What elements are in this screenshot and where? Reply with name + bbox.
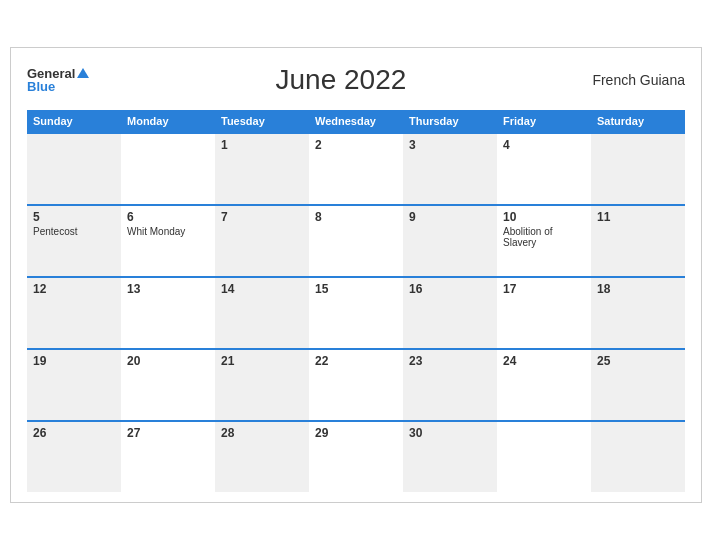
- day-number: 25: [597, 354, 679, 368]
- header-sunday: Sunday: [27, 110, 121, 132]
- day-number: 15: [315, 282, 397, 296]
- day-event: Abolition of Slavery: [503, 226, 585, 248]
- logo: General Blue: [27, 67, 89, 93]
- day-cell-w3-d5: 16: [403, 278, 497, 348]
- calendar-container: General Blue June 2022 French Guiana Sun…: [10, 47, 702, 503]
- day-headers-row: Sunday Monday Tuesday Wednesday Thursday…: [27, 110, 685, 132]
- header-saturday: Saturday: [591, 110, 685, 132]
- week-row-5: 2627282930: [27, 420, 685, 492]
- day-number: 28: [221, 426, 303, 440]
- day-number: 12: [33, 282, 115, 296]
- day-cell-w5-d4: 29: [309, 422, 403, 492]
- day-number: 21: [221, 354, 303, 368]
- day-cell-w1-d7: [591, 134, 685, 204]
- header-friday: Friday: [497, 110, 591, 132]
- day-number: 29: [315, 426, 397, 440]
- day-number: 4: [503, 138, 585, 152]
- week-row-4: 19202122232425: [27, 348, 685, 420]
- day-number: 6: [127, 210, 209, 224]
- calendar-title: June 2022: [276, 64, 407, 96]
- day-cell-w5-d5: 30: [403, 422, 497, 492]
- week-row-1: 1234: [27, 132, 685, 204]
- day-number: 20: [127, 354, 209, 368]
- day-number: 10: [503, 210, 585, 224]
- day-cell-w4-d1: 19: [27, 350, 121, 420]
- day-cell-w2-d2: 6Whit Monday: [121, 206, 215, 276]
- day-number: 11: [597, 210, 679, 224]
- calendar-header: General Blue June 2022 French Guiana: [27, 64, 685, 96]
- week-row-3: 12131415161718: [27, 276, 685, 348]
- day-cell-w4-d3: 21: [215, 350, 309, 420]
- day-cell-w2-d1: 5Pentecost: [27, 206, 121, 276]
- day-number: 16: [409, 282, 491, 296]
- day-cell-w2-d7: 11: [591, 206, 685, 276]
- day-cell-w2-d4: 8: [309, 206, 403, 276]
- day-cell-w1-d2: [121, 134, 215, 204]
- day-cell-w3-d3: 14: [215, 278, 309, 348]
- day-cell-w2-d5: 9: [403, 206, 497, 276]
- day-cell-w4-d6: 24: [497, 350, 591, 420]
- day-number: 30: [409, 426, 491, 440]
- logo-triangle-icon: [77, 68, 89, 78]
- day-number: 5: [33, 210, 115, 224]
- day-number: 18: [597, 282, 679, 296]
- calendar-weeks: 12345Pentecost6Whit Monday78910Abolition…: [27, 132, 685, 492]
- day-cell-w3-d1: 12: [27, 278, 121, 348]
- week-row-2: 5Pentecost6Whit Monday78910Abolition of …: [27, 204, 685, 276]
- day-number: 17: [503, 282, 585, 296]
- day-cell-w5-d1: 26: [27, 422, 121, 492]
- region-label: French Guiana: [592, 72, 685, 88]
- day-event: Pentecost: [33, 226, 115, 237]
- day-number: 22: [315, 354, 397, 368]
- day-cell-w4-d4: 22: [309, 350, 403, 420]
- day-number: 23: [409, 354, 491, 368]
- day-cell-w3-d6: 17: [497, 278, 591, 348]
- day-cell-w1-d6: 4: [497, 134, 591, 204]
- day-number: 9: [409, 210, 491, 224]
- day-number: 7: [221, 210, 303, 224]
- day-cell-w5-d3: 28: [215, 422, 309, 492]
- header-monday: Monday: [121, 110, 215, 132]
- day-cell-w1-d5: 3: [403, 134, 497, 204]
- day-cell-w1-d3: 1: [215, 134, 309, 204]
- day-cell-w3-d7: 18: [591, 278, 685, 348]
- day-cell-w1-d4: 2: [309, 134, 403, 204]
- day-number: 1: [221, 138, 303, 152]
- header-thursday: Thursday: [403, 110, 497, 132]
- day-cell-w2-d3: 7: [215, 206, 309, 276]
- day-number: 19: [33, 354, 115, 368]
- day-cell-w4-d5: 23: [403, 350, 497, 420]
- header-tuesday: Tuesday: [215, 110, 309, 132]
- day-number: 3: [409, 138, 491, 152]
- day-number: 2: [315, 138, 397, 152]
- day-cell-w5-d6: [497, 422, 591, 492]
- day-number: 24: [503, 354, 585, 368]
- day-number: 13: [127, 282, 209, 296]
- header-wednesday: Wednesday: [309, 110, 403, 132]
- day-number: 14: [221, 282, 303, 296]
- logo-blue-text: Blue: [27, 80, 89, 93]
- day-cell-w3-d4: 15: [309, 278, 403, 348]
- day-cell-w3-d2: 13: [121, 278, 215, 348]
- day-number: 27: [127, 426, 209, 440]
- day-cell-w4-d2: 20: [121, 350, 215, 420]
- day-cell-w4-d7: 25: [591, 350, 685, 420]
- day-cell-w1-d1: [27, 134, 121, 204]
- day-event: Whit Monday: [127, 226, 209, 237]
- day-cell-w5-d2: 27: [121, 422, 215, 492]
- day-cell-w2-d6: 10Abolition of Slavery: [497, 206, 591, 276]
- day-number: 26: [33, 426, 115, 440]
- day-number: 8: [315, 210, 397, 224]
- day-cell-w5-d7: [591, 422, 685, 492]
